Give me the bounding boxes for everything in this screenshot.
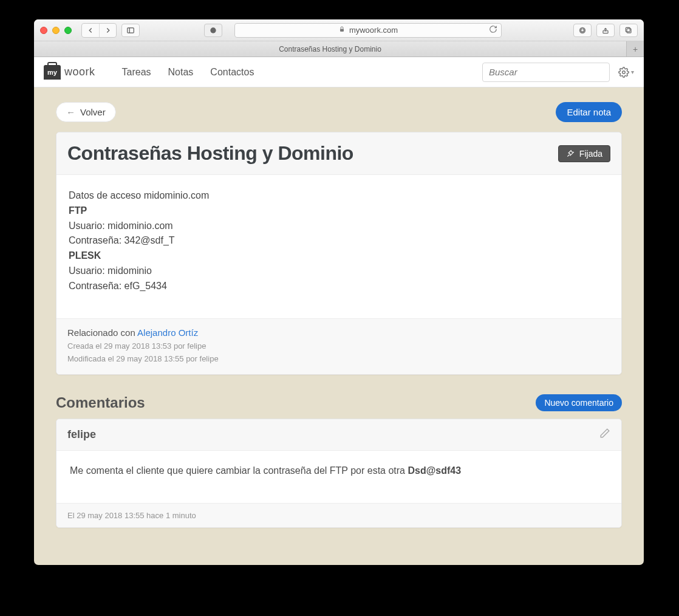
app-navbar: my woork Tareas Notas Contactos ▾ [34, 57, 644, 87]
back-button-label: Volver [80, 107, 106, 117]
settings-menu[interactable]: ▾ [618, 67, 634, 78]
browser-tabbar: Contraseñas Hosting y Dominio + [34, 41, 644, 57]
edit-note-label: Editar nota [567, 107, 611, 117]
comment-header: felipe [56, 419, 621, 451]
svg-line-9 [567, 154, 569, 156]
close-window-icon[interactable] [40, 27, 47, 34]
note-line-ftp-user: Usuario: midominio.com [69, 219, 609, 234]
sidebar-toggle-button[interactable] [121, 24, 140, 37]
browser-toolbar: mywoork.com [34, 19, 644, 41]
note-related: Relacionado con Alejandro Ortíz [67, 327, 610, 338]
comments-title: Comentarios [56, 394, 145, 411]
svg-rect-3 [340, 29, 344, 32]
nav-links: Tareas Notas Contactos [122, 67, 254, 78]
downloads-button[interactable] [573, 24, 592, 37]
related-prefix: Relacionado con [67, 327, 137, 338]
nav-back-forward [81, 23, 117, 38]
note-title: Contraseñas Hosting y Dominio [67, 142, 353, 165]
address-bar[interactable]: mywoork.com [234, 23, 502, 38]
note-created: Creada el 29 may 2018 13:53 por felipe [67, 341, 610, 351]
note-card-footer: Relacionado con Alejandro Ortíz Creada e… [56, 318, 621, 374]
adblock-icon[interactable] [204, 24, 222, 37]
logo-badge: my [44, 65, 61, 80]
url-text: mywoork.com [349, 26, 398, 35]
comment-body: Me comenta el cliente que quiere cambiar… [56, 451, 621, 503]
share-button[interactable] [596, 24, 615, 37]
svg-rect-0 [128, 27, 134, 32]
lock-icon [338, 26, 346, 35]
chevron-down-icon: ▾ [631, 69, 634, 75]
note-line-plesk-label: PLESK [69, 248, 609, 264]
comment-author: felipe [67, 428, 96, 441]
nav-link-contactos[interactable]: Contactos [210, 67, 254, 78]
comment-text-strong: Dsd@sdf43 [408, 465, 461, 476]
pencil-icon [599, 428, 610, 439]
nav-back-button[interactable] [82, 24, 99, 37]
comment-text: Me comenta el cliente que quiere cambiar… [70, 465, 408, 476]
note-line-ftp-label: FTP [69, 204, 609, 219]
pinned-badge[interactable]: Fijada [558, 145, 610, 162]
tab-title: Contraseñas Hosting y Dominio [279, 45, 381, 53]
new-tab-button[interactable]: + [627, 41, 644, 56]
nav-link-notas[interactable]: Notas [168, 67, 194, 78]
pinned-label: Fijada [579, 149, 602, 159]
svg-point-2 [210, 27, 216, 33]
svg-rect-7 [626, 27, 630, 32]
note-body: Datos de acceso midominio.com FTP Usuari… [56, 175, 621, 318]
new-comment-button[interactable]: Nuevo comentario [536, 394, 622, 411]
pin-icon [566, 149, 575, 158]
note-modified: Modificada el 29 may 2018 13:55 por feli… [67, 354, 610, 363]
search-input[interactable] [482, 63, 610, 82]
note-card-header: Contraseñas Hosting y Dominio Fijada [56, 132, 621, 175]
comments-section-header: Comentarios Nuevo comentario [56, 394, 622, 411]
browser-tab[interactable]: Contraseñas Hosting y Dominio [34, 41, 627, 56]
edit-comment-button[interactable] [599, 428, 610, 442]
new-comment-label: Nuevo comentario [544, 398, 613, 408]
minimize-window-icon[interactable] [52, 27, 60, 34]
svg-point-8 [623, 70, 626, 74]
maximize-window-icon[interactable] [64, 27, 72, 34]
arrow-left-icon: ← [66, 107, 75, 117]
note-line-ftp-pass: Contraseña: 342@sdf_T [69, 233, 609, 248]
comment-card: felipe Me comenta el cliente que quiere … [56, 419, 622, 528]
back-button[interactable]: ← Volver [56, 102, 116, 122]
note-line-plesk-pass: Contraseña: efG_5434 [69, 279, 609, 294]
note-card: Contraseñas Hosting y Dominio Fijada Dat… [56, 132, 622, 375]
related-contact-link[interactable]: Alejandro Ortíz [137, 327, 198, 338]
tabs-overview-button[interactable] [619, 24, 638, 37]
gear-icon [618, 67, 629, 78]
browser-window: mywoork.com Contraseñas Hosting y Domini… [34, 19, 644, 565]
nav-forward-button[interactable] [99, 24, 116, 37]
reload-icon[interactable] [489, 25, 497, 35]
note-line-plesk-user: Usuario: midominio [69, 264, 609, 279]
nav-link-tareas[interactable]: Tareas [122, 67, 151, 78]
note-line-intro: Datos de acceso midominio.com [69, 188, 609, 204]
window-controls [40, 27, 72, 34]
logo-text: woork [64, 66, 95, 78]
comment-timestamp: El 29 may 2018 13:55 hace 1 minuto [56, 503, 621, 527]
app-logo[interactable]: my woork [44, 65, 95, 80]
svg-rect-6 [627, 29, 631, 33]
page-actions: ← Volver Editar nota [56, 102, 622, 122]
page-content: ← Volver Editar nota Contraseñas Hosting… [34, 87, 644, 565]
edit-note-button[interactable]: Editar nota [556, 102, 622, 122]
